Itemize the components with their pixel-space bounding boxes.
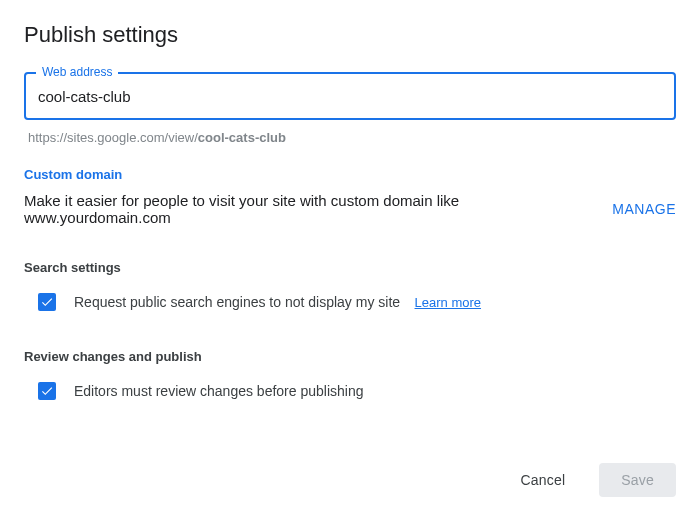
save-button[interactable]: Save	[599, 463, 676, 497]
web-address-helper-prefix: https://sites.google.com/view/	[28, 130, 198, 145]
custom-domain-heading: Custom domain	[24, 167, 676, 182]
cancel-button[interactable]: Cancel	[499, 463, 588, 497]
web-address-field[interactable]: Web address	[24, 72, 676, 120]
check-icon	[40, 295, 54, 309]
search-noindex-checkbox[interactable]	[38, 293, 56, 311]
web-address-label: Web address	[36, 65, 118, 79]
dialog-actions: Cancel Save	[499, 463, 677, 497]
search-noindex-label: Request public search engines to not dis…	[74, 294, 400, 310]
web-address-input[interactable]	[38, 88, 662, 105]
custom-domain-description: Make it easier for people to visit your …	[24, 192, 592, 226]
manage-button[interactable]: MANAGE	[612, 201, 676, 217]
search-settings-heading: Search settings	[24, 260, 676, 275]
dialog-title: Publish settings	[24, 22, 676, 48]
learn-more-link[interactable]: Learn more	[415, 295, 481, 310]
web-address-helper: https://sites.google.com/view/cool-cats-…	[28, 130, 676, 145]
review-required-checkbox[interactable]	[38, 382, 56, 400]
review-required-label: Editors must review changes before publi…	[74, 383, 364, 399]
publish-settings-dialog: Publish settings Web address https://sit…	[0, 0, 700, 517]
check-icon	[40, 384, 54, 398]
web-address-helper-slug: cool-cats-club	[198, 130, 286, 145]
review-heading: Review changes and publish	[24, 349, 676, 364]
